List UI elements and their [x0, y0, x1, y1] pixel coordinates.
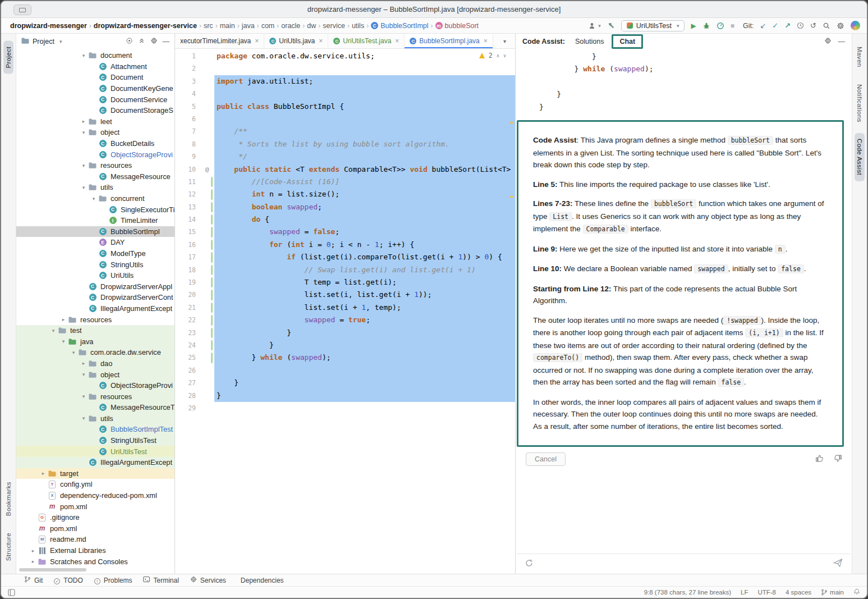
- locate-icon[interactable]: [126, 37, 133, 46]
- code-line[interactable]: 27 }: [175, 377, 515, 389]
- tree-item-scratches-and-consoles[interactable]: ▸Scratches and Consoles: [16, 556, 174, 567]
- horizontal-scrollbar[interactable]: [19, 568, 86, 571]
- tool-window-toggle-icon[interactable]: [8, 589, 15, 596]
- line-ending[interactable]: LF: [741, 589, 748, 596]
- code-editor[interactable]: 1package com.oracle.dw.service.utils;23i…: [175, 49, 515, 574]
- tree-item-object[interactable]: ▾object: [16, 369, 174, 380]
- code-line[interactable]: 21 list.set(i + 1, temp);: [175, 301, 515, 314]
- tree-item-timelimiter[interactable]: ITimeLimiter: [16, 215, 174, 226]
- tree-chevron-icon[interactable]: ▸: [79, 360, 88, 366]
- search-icon[interactable]: [823, 22, 830, 30]
- tool-button-problems[interactable]: !Problems: [89, 577, 137, 584]
- tree-chevron-icon[interactable]: ▸: [79, 118, 88, 124]
- chat-input[interactable]: [516, 466, 852, 554]
- code-line[interactable]: 29: [175, 402, 515, 414]
- project-panel-title[interactable]: Project: [33, 38, 54, 45]
- tree-chevron-icon[interactable]: ▸: [29, 548, 38, 554]
- code-line[interactable]: 17 if (list.get(i).compareTo(list.get(i …: [175, 251, 515, 263]
- tree-item-external-libraries[interactable]: ▸External Libraries: [16, 545, 174, 556]
- tool-button-notifications[interactable]: Notifications: [855, 79, 865, 128]
- tree-item-object[interactable]: ▾object: [16, 127, 174, 138]
- prev-warning-icon[interactable]: ∧: [497, 53, 499, 58]
- thumbs-up-icon[interactable]: [815, 454, 824, 465]
- tree-item-resources[interactable]: ▾resources: [16, 160, 174, 171]
- code-line[interactable]: 8 * Sorts the list by using bubble sort …: [175, 138, 515, 150]
- tree-item-bubblesortimpltest[interactable]: CBubbleSortImplTest: [16, 424, 174, 435]
- inspections-widget[interactable]: 2 ∧ ∨: [479, 52, 506, 60]
- tree-item-stringutilstest[interactable]: CStringUtilsTest: [16, 435, 174, 446]
- tree-chevron-icon[interactable]: ▸: [39, 470, 48, 476]
- stop-button[interactable]: ■: [731, 22, 734, 30]
- breadcrumb-main[interactable]: main: [220, 22, 235, 30]
- assist-tab-chat[interactable]: Chat: [612, 34, 643, 49]
- next-warning-icon[interactable]: ∨: [503, 53, 506, 58]
- tool-button-todo[interactable]: ✓TODO: [49, 577, 88, 584]
- tree-chevron-icon[interactable]: ▾: [79, 185, 88, 190]
- tree-item-illegalargumentexcept[interactable]: CIllegalArgumentExcept: [16, 457, 174, 468]
- profiler-icon[interactable]: [717, 22, 724, 30]
- tree-item-concurrent[interactable]: ▾concurrent: [16, 193, 174, 204]
- push-icon[interactable]: ↗: [784, 21, 791, 30]
- tree-item-utils[interactable]: ▾utils: [16, 413, 174, 424]
- code-line[interactable]: 6: [175, 113, 515, 125]
- tree-item-stringutils[interactable]: CStringUtils: [16, 259, 174, 270]
- breadcrumb-dw[interactable]: dw: [307, 22, 316, 30]
- tree-item-pom-xml[interactable]: mpom.xml: [16, 501, 174, 512]
- breadcrumb-service[interactable]: service: [323, 22, 345, 30]
- tool-button-structure[interactable]: Structure: [3, 527, 13, 566]
- profile-icon[interactable]: ▾: [589, 22, 601, 30]
- code-line[interactable]: 13 boolean swapped;: [175, 201, 515, 213]
- assist-gear-icon[interactable]: [824, 37, 832, 46]
- window-controls[interactable]: [13, 4, 31, 15]
- editor-tab-uriutilstest-java[interactable]: CUriUtilsTest.java×: [328, 34, 405, 48]
- options-gear-icon[interactable]: [150, 37, 158, 46]
- code-line[interactable]: 11 //[Code-Assist (16)]: [175, 176, 515, 188]
- tool-button-git[interactable]: Git: [19, 576, 48, 584]
- code-line[interactable]: 10@ public static <T extends Comparable<…: [175, 163, 515, 176]
- code-line[interactable]: 16 for (int i = 0; i < n - 1; i++) {: [175, 239, 515, 251]
- commit-icon[interactable]: ✓: [772, 21, 778, 30]
- code-line[interactable]: 15 swapped = false;: [175, 226, 515, 238]
- tree-item-document[interactable]: ▾document: [16, 50, 174, 61]
- tree-item-test[interactable]: ▾test: [16, 325, 174, 336]
- hidden-tabs-icon[interactable]: ▾: [494, 38, 515, 44]
- tree-item-uriutilstest[interactable]: CUriUtilsTest: [16, 446, 174, 457]
- history-clock-icon[interactable]: [797, 22, 804, 29]
- code-line[interactable]: 24 }: [175, 339, 515, 351]
- code-line[interactable]: 20 list.set(i, list.get(i + 1));: [175, 289, 515, 301]
- close-icon[interactable]: ×: [484, 37, 488, 45]
- tree-item-modeltype[interactable]: CModelType: [16, 248, 174, 259]
- breadcrumb-java[interactable]: java: [242, 22, 255, 30]
- breadcrumb-bubblesortimpl[interactable]: CBubbleSortImpl: [371, 22, 428, 30]
- regenerate-icon[interactable]: [525, 559, 534, 570]
- code-line[interactable]: 25 } while (swapped);: [175, 351, 515, 364]
- tree-chevron-icon[interactable]: ▾: [89, 196, 98, 202]
- tree-item-resources[interactable]: ▾resources: [16, 391, 174, 402]
- close-icon[interactable]: ×: [255, 37, 259, 45]
- breadcrumb-bubblesort[interactable]: mbubbleSort: [435, 22, 479, 30]
- indent-setting[interactable]: 4 spaces: [786, 589, 811, 596]
- breadcrumb-utils[interactable]: utils: [352, 22, 364, 30]
- code-line[interactable]: 14 do {: [175, 213, 515, 226]
- tree-item-uriutils[interactable]: CUriUtils: [16, 270, 174, 281]
- tree-item-dependency-reduced-pom-xml[interactable]: Xdependency-reduced-pom.xml: [16, 490, 174, 501]
- editor-tab-uriutils-java[interactable]: CUriUtils.java×: [264, 34, 328, 48]
- code-line[interactable]: 2: [175, 62, 515, 75]
- build-hammer-icon[interactable]: [607, 22, 615, 30]
- git-branch[interactable]: main: [821, 589, 844, 596]
- tree-item-messageresourcet[interactable]: CMessageResourceT: [16, 402, 174, 413]
- error-stripe-mark[interactable]: [509, 196, 513, 198]
- breadcrumb-dropwizard-messenger-service[interactable]: dropwizard-messenger-service: [94, 22, 197, 30]
- code-line[interactable]: 26: [175, 364, 515, 377]
- run-button[interactable]: ▶: [691, 22, 696, 30]
- code-line[interactable]: 18 // Swap list.get(i) and list.get(i + …: [175, 264, 515, 276]
- breadcrumb-src[interactable]: src: [204, 22, 213, 30]
- tree-item-com-oracle-dw-service[interactable]: ▾com.oracle.dw.service: [16, 347, 174, 358]
- tree-item-dao[interactable]: ▸dao: [16, 358, 174, 369]
- tool-button-bookmarks[interactable]: Bookmarks: [3, 476, 13, 522]
- tree-chevron-icon[interactable]: ▾: [79, 163, 88, 168]
- tree-item-resources[interactable]: ▸resources: [16, 314, 174, 325]
- tree-item-objectstorageprovi[interactable]: CObjectStorageProvi: [16, 380, 174, 391]
- tree-item-bucketdetails[interactable]: CBucketDetails: [16, 138, 174, 149]
- tree-chevron-icon[interactable]: ▾: [79, 415, 88, 421]
